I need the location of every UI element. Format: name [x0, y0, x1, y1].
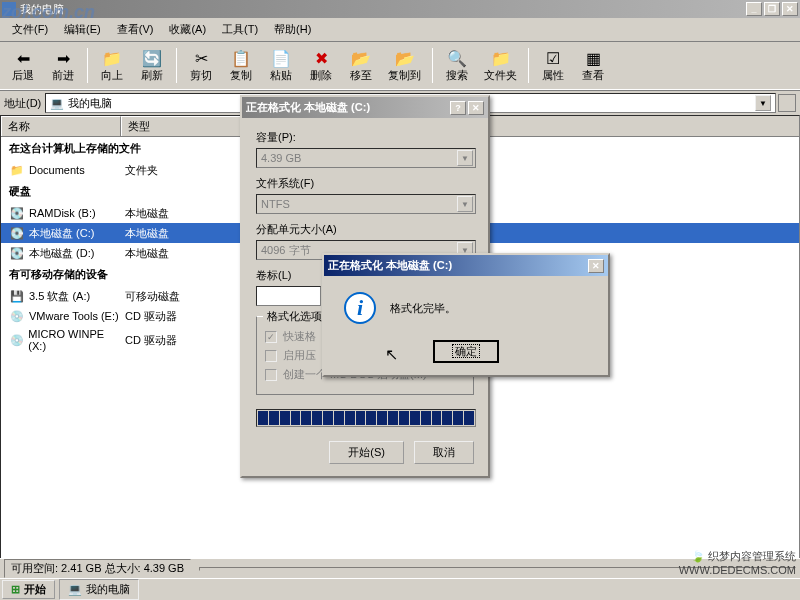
delete-button[interactable]: ✖删除 — [302, 46, 340, 85]
search-icon: 🔍 — [447, 48, 467, 68]
disk-icon: 💽 — [9, 225, 25, 241]
folders-icon: 📁 — [491, 48, 511, 68]
close-button[interactable]: ✕ — [782, 2, 798, 16]
refresh-button[interactable]: 🔄刷新 — [133, 46, 171, 85]
capacity-select[interactable]: 4.39 GB▼ — [256, 148, 476, 168]
properties-icon: ☑ — [543, 48, 563, 68]
folders-button[interactable]: 📁文件夹 — [478, 46, 523, 85]
floppy-icon: 💾 — [9, 288, 25, 304]
task-mycomputer[interactable]: 💻 我的电脑 — [59, 579, 139, 600]
dialog-close-button[interactable]: ✕ — [468, 101, 484, 115]
menu-view[interactable]: 查看(V) — [109, 20, 162, 39]
paste-button[interactable]: 📄粘贴 — [262, 46, 300, 85]
status-available: 可用空间: 2.41 GB 总大小: 4.39 GB — [4, 559, 191, 578]
col-name[interactable]: 名称 — [1, 116, 121, 136]
address-dropdown-icon[interactable]: ▼ — [755, 95, 771, 111]
back-button[interactable]: ⬅后退 — [4, 46, 42, 85]
cd-icon: 💿 — [9, 308, 25, 324]
col-type[interactable]: 类型 — [121, 116, 241, 136]
maximize-button[interactable]: ❐ — [764, 2, 780, 16]
windows-icon: ⊞ — [11, 583, 20, 596]
search-button[interactable]: 🔍搜索 — [438, 46, 476, 85]
checkbox-icon — [265, 369, 277, 381]
menu-favorites[interactable]: 收藏(A) — [161, 20, 214, 39]
filesystem-select[interactable]: NTFS▼ — [256, 194, 476, 214]
menu-help[interactable]: 帮助(H) — [266, 20, 319, 39]
start-button[interactable]: ⊞ 开始 — [2, 580, 55, 599]
dropdown-icon: ▼ — [457, 196, 473, 212]
filesystem-label: 文件系统(F) — [256, 176, 474, 191]
address-label: 地址(D) — [4, 96, 41, 111]
checkbox-icon: ✓ — [265, 331, 277, 343]
back-icon: ⬅ — [13, 48, 33, 68]
format-dialog-title[interactable]: 正在格式化 本地磁盘 (C:) ? ✕ — [242, 97, 488, 118]
disk-icon: 💽 — [9, 205, 25, 221]
ok-button[interactable]: 确定 — [433, 340, 499, 363]
progress-bar — [256, 409, 476, 427]
up-icon: 📁 — [102, 48, 122, 68]
watermark-dedecms: 🍃 织梦内容管理系统 WWW.DEDECMS.COM — [679, 549, 796, 576]
menubar: 文件(F) 编辑(E) 查看(V) 收藏(A) 工具(T) 帮助(H) — [0, 18, 800, 42]
msgbox-close-button[interactable]: ✕ — [588, 259, 604, 273]
paste-icon: 📄 — [271, 48, 291, 68]
checkbox-icon — [265, 350, 277, 362]
copyto-button[interactable]: 📂复制到 — [382, 46, 427, 85]
help-button[interactable]: ? — [450, 101, 466, 115]
taskbar: ⊞ 开始 💻 我的电脑 — [0, 578, 800, 600]
capacity-label: 容量(P): — [256, 130, 474, 145]
cut-button[interactable]: ✂剪切 — [182, 46, 220, 85]
folder-icon: 📁 — [9, 162, 25, 178]
disk-icon: 💽 — [9, 245, 25, 261]
computer-icon: 💻 — [50, 97, 64, 110]
options-title: 格式化选项 — [263, 309, 326, 324]
cancel-button[interactable]: 取消 — [414, 441, 474, 464]
msgbox-message: 格式化完毕。 — [390, 301, 456, 316]
moveto-button[interactable]: 📂移至 — [342, 46, 380, 85]
refresh-icon: 🔄 — [142, 48, 162, 68]
views-button[interactable]: ▦查看 — [574, 46, 612, 85]
forward-icon: ➡ — [53, 48, 73, 68]
info-icon: i — [344, 292, 376, 324]
alloc-label: 分配单元大小(A) — [256, 222, 474, 237]
copy-button[interactable]: 📋复制 — [222, 46, 260, 85]
dropdown-icon: ▼ — [457, 150, 473, 166]
watermark-text: zol.com.cn — [0, 0, 97, 25]
message-box: 正在格式化 本地磁盘 (C:) ✕ i 格式化完毕。 确定 — [322, 253, 610, 377]
cd-icon: 💿 — [9, 332, 24, 348]
minimize-button[interactable]: _ — [746, 2, 762, 16]
up-button[interactable]: 📁向上 — [93, 46, 131, 85]
window-titlebar: 我的电脑 _ ❐ ✕ — [0, 0, 800, 18]
msgbox-title[interactable]: 正在格式化 本地磁盘 (C:) ✕ — [324, 255, 608, 276]
cut-icon: ✂ — [191, 48, 211, 68]
copyto-icon: 📂 — [395, 48, 415, 68]
views-icon: ▦ — [583, 48, 603, 68]
forward-button[interactable]: ➡前进 — [44, 46, 82, 85]
toolbar: ⬅后退 ➡前进 📁向上 🔄刷新 ✂剪切 📋复制 📄粘贴 ✖删除 📂移至 📂复制到… — [0, 42, 800, 90]
go-button[interactable] — [778, 94, 796, 112]
delete-icon: ✖ — [311, 48, 331, 68]
copy-icon: 📋 — [231, 48, 251, 68]
computer-icon: 💻 — [68, 583, 82, 596]
volume-input[interactable] — [256, 286, 321, 306]
properties-button[interactable]: ☑属性 — [534, 46, 572, 85]
moveto-icon: 📂 — [351, 48, 371, 68]
menu-tools[interactable]: 工具(T) — [214, 20, 266, 39]
start-button[interactable]: 开始(S) — [329, 441, 404, 464]
